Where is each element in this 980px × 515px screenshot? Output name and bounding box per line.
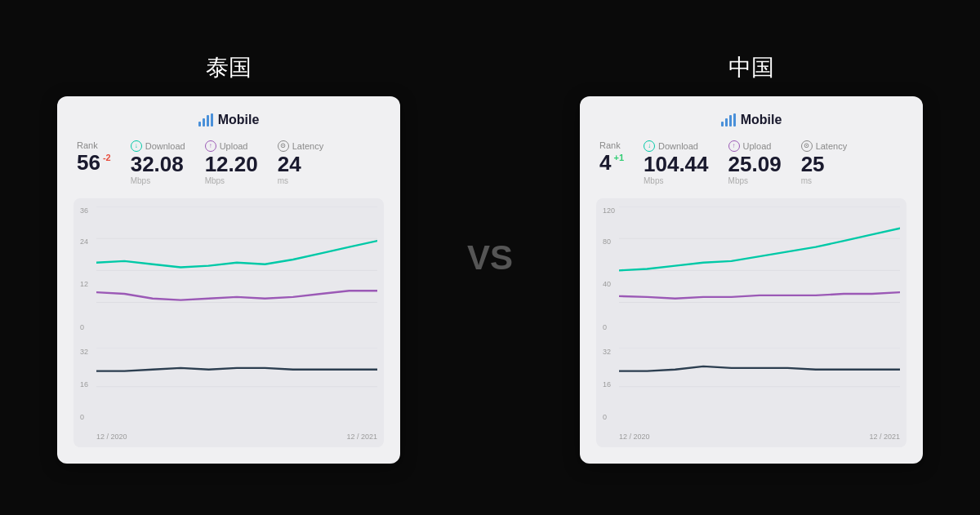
left-y-12: 12: [80, 280, 88, 288]
left-download-unit: Mbps: [131, 176, 185, 185]
right-latency-label: ⊙ Latency: [801, 140, 848, 152]
left-card-header: Mobile: [74, 113, 384, 127]
right-upload-icon: ↑: [728, 140, 740, 152]
download-icon: ↓: [131, 140, 142, 152]
right-y-0: 0: [603, 323, 607, 331]
left-upload-stat: ↑ Upload 12.20 Mbps: [205, 140, 258, 185]
right-upload-value: 25.09: [728, 153, 782, 175]
left-rank-label: Rank: [77, 140, 111, 150]
left-rank-change: -2: [103, 153, 111, 162]
left-y2-0: 0: [80, 413, 84, 421]
latency-icon: ⊙: [278, 140, 289, 152]
right-download-value: 104.44: [644, 153, 709, 175]
right-latency-icon: ⊙: [801, 140, 813, 152]
left-latency-value: 24: [278, 153, 324, 175]
right-upper-svg: [619, 206, 900, 335]
right-upload-label: ↑ Upload: [728, 140, 782, 152]
right-latency-value: 25: [801, 153, 848, 175]
left-y-24: 24: [80, 238, 88, 246]
left-y-0: 0: [80, 323, 84, 331]
left-country-title: 泰国: [206, 52, 252, 83]
left-card: Mobile Rank 56 -2 ↓ Download: [57, 96, 400, 464]
left-x-start: 12 / 2020: [96, 433, 127, 441]
right-card: Mobile Rank 4 +1 ↓ Download: [580, 96, 923, 464]
left-upload-unit: Mbps: [205, 176, 258, 185]
right-card-header: Mobile: [596, 113, 906, 127]
left-latency-label: ⊙ Latency: [278, 140, 324, 152]
right-y-80: 80: [603, 238, 611, 246]
right-x-axis: 12 / 2020 12 / 2021: [603, 433, 900, 441]
right-country-section: 中国 Mobile Rank 4 +1: [523, 52, 980, 464]
right-upload-unit: Mbps: [728, 176, 782, 185]
left-download-stat: ↓ Download 32.08 Mbps: [131, 140, 185, 185]
left-lower-chart: 32 16 0: [80, 348, 377, 429]
right-rank-value: 4 +1: [599, 152, 624, 173]
right-download-stat: ↓ Download 104.44 Mbps: [644, 140, 709, 185]
right-x-start: 12 / 2020: [619, 433, 650, 441]
right-download-icon: ↓: [644, 140, 655, 152]
right-download-unit: Mbps: [644, 176, 709, 185]
right-rank-stat: Rank 4 +1: [599, 140, 624, 173]
left-y-16: 16: [80, 380, 88, 388]
left-rank-stat: Rank 56 -2: [77, 140, 111, 173]
right-stats-row: Rank 4 +1 ↓ Download 104.44 Mbps: [596, 140, 906, 185]
right-upload-stat: ↑ Upload 25.09 Mbps: [728, 140, 782, 185]
left-latency-unit: ms: [278, 176, 324, 185]
left-mobile-title: Mobile: [218, 113, 260, 127]
right-latency-stat: ⊙ Latency 25 ms: [801, 140, 848, 185]
left-upload-value: 12.20: [205, 153, 258, 175]
right-mobile-title: Mobile: [741, 113, 782, 127]
left-x-end: 12 / 2021: [346, 433, 377, 441]
left-download-value: 32.08: [131, 153, 185, 175]
right-lower-svg: [619, 348, 900, 426]
left-y-36: 36: [80, 206, 88, 215]
main-container: 泰国 Mobile Rank 56 -2: [0, 0, 980, 515]
left-y-32: 32: [80, 348, 88, 356]
left-chart-area: 36 24 12 0: [74, 198, 384, 447]
left-bar-icon: [198, 113, 213, 127]
right-country-title: 中国: [728, 52, 774, 83]
right-lower-chart: 32 16 0: [603, 348, 900, 429]
right-rank-label: Rank: [599, 140, 624, 150]
right-chart-area: 120 80 40 0: [596, 198, 906, 447]
left-x-axis: 12 / 2020 12 / 2021: [80, 433, 377, 441]
right-bar-icon: [721, 113, 736, 127]
left-download-label: ↓ Download: [131, 140, 185, 152]
left-stats-row: Rank 56 -2 ↓ Download 32.08 Mbps: [74, 140, 384, 185]
right-y2-0: 0: [603, 413, 607, 421]
right-y-32: 32: [603, 348, 611, 356]
right-download-label: ↓ Download: [644, 140, 709, 152]
left-rank-value: 56 -2: [77, 152, 111, 173]
right-x-end: 12 / 2021: [869, 433, 900, 441]
right-y-120: 120: [603, 206, 615, 215]
right-y-16: 16: [603, 380, 611, 388]
upload-icon: ↑: [205, 140, 216, 152]
left-latency-stat: ⊙ Latency 24 ms: [278, 140, 324, 185]
left-country-section: 泰国 Mobile Rank 56 -2: [0, 52, 457, 464]
left-upper-svg: [96, 206, 377, 335]
right-latency-unit: ms: [801, 176, 848, 185]
right-y-40: 40: [603, 280, 611, 288]
right-upper-chart: 120 80 40 0: [603, 206, 900, 341]
left-upper-chart: 36 24 12 0: [80, 206, 377, 341]
right-rank-change: +1: [613, 153, 624, 162]
left-lower-svg: [96, 348, 377, 426]
left-upload-label: ↑ Upload: [205, 140, 258, 152]
vs-label: VS: [457, 238, 523, 277]
